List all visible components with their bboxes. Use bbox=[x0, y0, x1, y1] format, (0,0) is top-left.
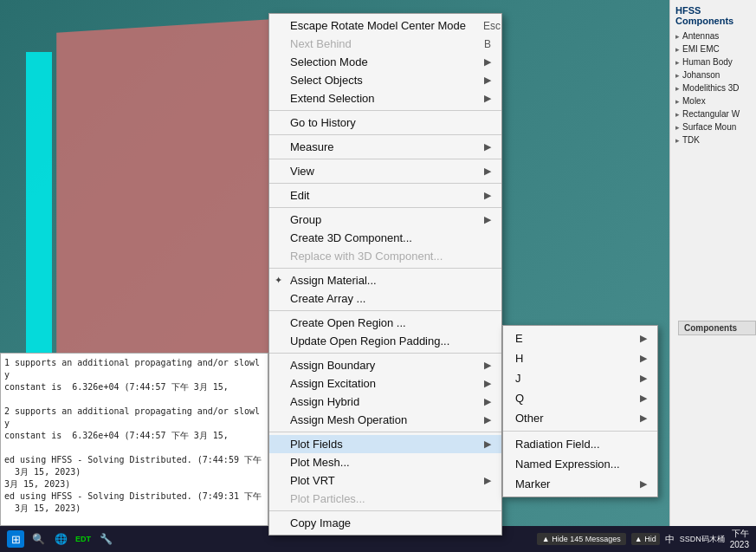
menu-plot-particles[interactable]: Plot Particles... bbox=[269, 490, 501, 508]
menu-assign-boundary[interactable]: Assign Boundary ▶ bbox=[269, 356, 501, 374]
panel-item-molex[interactable]: Molex bbox=[672, 94, 754, 107]
search-icon: 🔍 bbox=[32, 533, 45, 545]
menu-assign-material[interactable]: ✦ Assign Material... bbox=[269, 271, 501, 289]
separator-3 bbox=[269, 183, 501, 184]
menu-select-objects[interactable]: Select Objects ▶ bbox=[269, 71, 501, 89]
menu-label-select-objects: Select Objects bbox=[290, 74, 363, 87]
right-panel-title: HFSS Components bbox=[672, 3, 754, 28]
panel-item-surface-moun[interactable]: Surface Moun bbox=[672, 120, 754, 133]
context-menu: Escape Rotate Model Center Mode Esc Next… bbox=[268, 13, 502, 536]
panel-item-rectangular[interactable]: Rectangular W bbox=[672, 107, 754, 120]
separator-5 bbox=[269, 268, 501, 269]
panel-item-emi[interactable]: EMI EMC bbox=[672, 42, 754, 55]
hide-btn[interactable]: ▲ Hid bbox=[631, 533, 660, 545]
menu-label-plot-mesh: Plot Mesh... bbox=[290, 456, 350, 469]
menu-label-assign-hybrid: Assign Hybrid bbox=[290, 395, 359, 408]
menu-label-measure: Measure bbox=[290, 140, 334, 153]
submenu-item-j[interactable]: J ▶ bbox=[503, 368, 657, 388]
log-line-3 bbox=[4, 393, 264, 406]
taskbar-right-area: ▲ Hide 145 Messages ▲ Hid 中 SSDN码木桶 下午 2… bbox=[537, 528, 749, 550]
menu-create-3d-component[interactable]: Create 3D Component... bbox=[269, 229, 501, 247]
language-indicator: 中 bbox=[665, 533, 675, 546]
submenu-item-other[interactable]: Other ▶ bbox=[503, 408, 657, 428]
menu-label-edit: Edit bbox=[290, 189, 309, 202]
submenu-item-named-expression[interactable]: Named Expression... bbox=[503, 454, 657, 474]
panel-item-tdk[interactable]: TDK bbox=[672, 133, 754, 146]
arrow-j: ▶ bbox=[640, 373, 647, 384]
hide-messages[interactable]: ▲ Hide 145 Messages bbox=[537, 533, 626, 545]
arrow-select-objects: ▶ bbox=[484, 75, 491, 86]
menu-label-create-3d: Create 3D Component... bbox=[290, 231, 412, 244]
menu-assign-mesh-operation[interactable]: Assign Mesh Operation ▶ bbox=[269, 411, 501, 429]
panel-item-johanson[interactable]: Johanson bbox=[672, 68, 754, 81]
components-tab[interactable]: Components bbox=[678, 321, 756, 335]
menu-measure[interactable]: Measure ▶ bbox=[269, 138, 501, 156]
log-line-7: ed using HFSS - Solving Distributed. (7:… bbox=[4, 454, 264, 466]
menu-label-create-array: Create Array ... bbox=[290, 292, 365, 305]
shortcut-b: B bbox=[484, 38, 491, 50]
menu-plot-mesh[interactable]: Plot Mesh... bbox=[269, 453, 501, 471]
start-button[interactable]: ⊞ bbox=[7, 530, 24, 548]
app-tool[interactable]: 🔧 bbox=[97, 530, 114, 548]
log-line-8: 3月 15, 2023) bbox=[4, 466, 264, 478]
menu-create-array[interactable]: Create Array ... bbox=[269, 289, 501, 308]
menu-view[interactable]: View ▶ bbox=[269, 162, 501, 180]
menu-escape-rotate[interactable]: Escape Rotate Model Center Mode Esc bbox=[269, 16, 501, 35]
menu-copy-image[interactable]: Copy Image bbox=[269, 514, 501, 532]
submenu-label-h: H bbox=[515, 352, 523, 365]
menu-label-assign-mesh: Assign Mesh Operation bbox=[290, 413, 407, 426]
log-line-2: constant is 6.326e+04 (7:44:57 下午 3月 15, bbox=[4, 381, 264, 393]
menu-plot-fields[interactable]: Plot Fields ▶ bbox=[269, 435, 501, 453]
log-line-9: 3月 15, 2023) bbox=[4, 478, 264, 490]
search-taskbar[interactable]: 🔍 bbox=[29, 530, 47, 548]
submenu-item-q[interactable]: Q ▶ bbox=[503, 388, 657, 408]
arrow-assign-mesh: ▶ bbox=[484, 414, 491, 425]
menu-create-open-region[interactable]: Create Open Region ... bbox=[269, 314, 501, 332]
arrow-assign-excitation: ▶ bbox=[484, 378, 491, 389]
right-panel: HFSS Components Antennas EMI EMC Human B… bbox=[669, 0, 756, 552]
submenu-item-marker[interactable]: Marker ▶ bbox=[503, 474, 657, 494]
tool-icon: 🔧 bbox=[100, 533, 113, 545]
panel-item-human-body[interactable]: Human Body bbox=[672, 55, 754, 68]
system-clock: 下午 2023 bbox=[730, 528, 749, 550]
teal-accent-bar bbox=[26, 52, 52, 373]
menu-label-replace-3d: Replace with 3D Component... bbox=[290, 250, 443, 263]
panel-item-antennas[interactable]: Antennas bbox=[672, 29, 754, 42]
menu-label-go-to-history: Go to History bbox=[290, 116, 356, 129]
menu-update-open-region[interactable]: Update Open Region Padding... bbox=[269, 332, 501, 350]
menu-label-group: Group bbox=[290, 213, 321, 226]
submenu-label-other: Other bbox=[515, 412, 544, 425]
separator-4 bbox=[269, 207, 501, 208]
submenu-item-radiation-field[interactable]: Radiation Field... bbox=[503, 434, 657, 454]
panel-item-modelithics[interactable]: Modelithics 3D bbox=[672, 81, 754, 94]
menu-next-behind[interactable]: Next Behind B bbox=[269, 35, 501, 53]
app-edt[interactable]: EDT bbox=[74, 530, 92, 548]
arrow-plot-vrt: ▶ bbox=[484, 475, 491, 486]
menu-edit[interactable]: Edit ▶ bbox=[269, 186, 501, 205]
menu-assign-excitation[interactable]: Assign Excitation ▶ bbox=[269, 374, 501, 393]
submenu-item-h[interactable]: H ▶ bbox=[503, 348, 657, 368]
arrow-h: ▶ bbox=[640, 353, 647, 364]
menu-label-assign-boundary: Assign Boundary bbox=[290, 359, 375, 372]
submenu-item-e[interactable]: E ▶ bbox=[503, 328, 657, 348]
submenu-plot-fields: E ▶ H ▶ J ▶ Q ▶ Other ▶ Radiation Field.… bbox=[502, 325, 658, 497]
submenu-label-j: J bbox=[515, 372, 521, 385]
menu-group[interactable]: Group ▶ bbox=[269, 211, 501, 229]
menu-label-plot-fields: Plot Fields bbox=[290, 438, 343, 451]
arrow-plot-fields: ▶ bbox=[484, 438, 491, 450]
menu-extend-selection[interactable]: Extend Selection ▶ bbox=[269, 89, 501, 107]
menu-plot-vrt[interactable]: Plot VRT ▶ bbox=[269, 471, 501, 490]
log-line-11: 3月 15, 2023) bbox=[4, 503, 264, 515]
menu-replace-3d-component[interactable]: Replace with 3D Component... bbox=[269, 247, 501, 265]
menu-selection-mode[interactable]: Selection Mode ▶ bbox=[269, 53, 501, 71]
menu-assign-hybrid[interactable]: Assign Hybrid ▶ bbox=[269, 393, 501, 411]
menu-label-selection-mode: Selection Mode bbox=[290, 55, 368, 68]
menu-go-to-history[interactable]: Go to History bbox=[269, 114, 501, 132]
separator-6 bbox=[269, 310, 501, 311]
submenu-label-marker: Marker bbox=[515, 477, 550, 490]
menu-label-assign-material: Assign Material... bbox=[290, 274, 377, 287]
shortcut-escape: Esc bbox=[483, 20, 501, 32]
log-line-10: ed using HFSS - Solving Distributed. (7:… bbox=[4, 490, 264, 503]
arrow-group: ▶ bbox=[484, 214, 491, 225]
browser-icon[interactable]: 🌐 bbox=[52, 530, 69, 548]
